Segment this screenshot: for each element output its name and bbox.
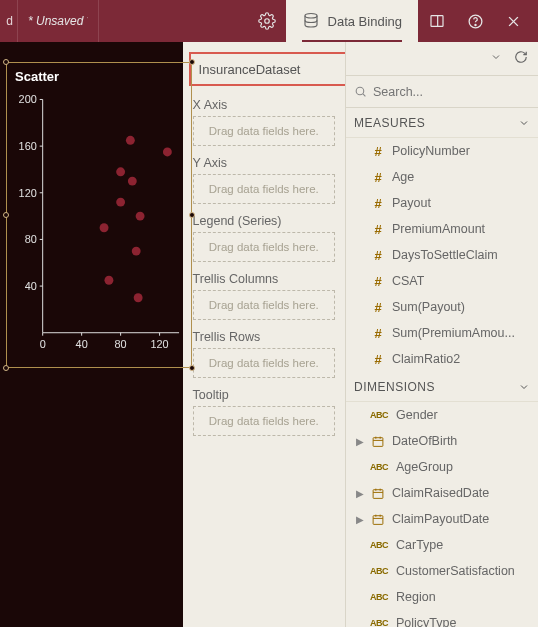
close-icon: [506, 14, 521, 29]
field-label: PolicyType: [396, 616, 456, 627]
field-label: DateOfBirth: [392, 434, 457, 448]
resize-handle[interactable]: [189, 59, 195, 65]
dimension-field[interactable]: ABCCarType: [346, 532, 538, 558]
svg-text:80: 80: [25, 233, 37, 245]
measure-field[interactable]: #Sum(Payout): [346, 294, 538, 320]
svg-text:40: 40: [25, 280, 37, 292]
svg-point-30: [116, 167, 125, 176]
expand-icon[interactable]: ▶: [356, 436, 364, 447]
xaxis-dropzone[interactable]: Drag data fields here.: [193, 116, 335, 146]
resize-handle[interactable]: [3, 212, 9, 218]
dimension-field[interactable]: ▶ClaimRaisedDate: [346, 480, 538, 506]
field-label: CSAT: [392, 274, 424, 288]
search-input-row[interactable]: [346, 76, 538, 108]
measure-field[interactable]: #PolicyNumber: [346, 138, 538, 164]
resize-handle[interactable]: [189, 212, 195, 218]
search-input[interactable]: [373, 85, 530, 99]
settings-button[interactable]: [248, 0, 286, 42]
trellis_cols-dropzone[interactable]: Drag data fields here.: [193, 290, 335, 320]
trellis_cols-label: Trellis Columns: [193, 272, 335, 286]
svg-line-39: [363, 94, 365, 96]
resize-handle[interactable]: [189, 365, 195, 371]
unsaved-label: * Unsaved *: [28, 14, 88, 28]
svg-rect-48: [373, 515, 383, 524]
tab-truncated[interactable]: d: [0, 0, 18, 42]
svg-point-32: [126, 136, 135, 145]
dimension-field[interactable]: ABCCustomerSatisfaction: [346, 558, 538, 584]
measures-header[interactable]: MEASURES: [346, 108, 538, 138]
close-panel-button[interactable]: [494, 0, 532, 42]
panel-collapse-icon: [429, 13, 445, 29]
svg-point-38: [356, 87, 364, 95]
tooltip-label: Tooltip: [193, 388, 335, 402]
field-label: Age: [392, 170, 414, 184]
dimension-field[interactable]: ▶DateOfBirth: [346, 428, 538, 454]
fields-panel: MEASURES #PolicyNumber#Age#Payout#Premiu…: [345, 42, 538, 627]
abc-icon: ABC: [370, 462, 390, 472]
dimensions-header[interactable]: DIMENSIONS: [346, 372, 538, 402]
expand-icon[interactable]: ▶: [356, 514, 364, 525]
chart-title: Scatter: [7, 63, 191, 90]
field-label: Sum(Payout): [392, 300, 465, 314]
legend-dropzone[interactable]: Drag data fields here.: [193, 232, 335, 262]
svg-text:40: 40: [76, 338, 88, 350]
measure-field[interactable]: #Age: [346, 164, 538, 190]
dataset-selector[interactable]: InsuranceDataset: [189, 52, 345, 86]
field-label: ClaimRatio2: [392, 352, 460, 366]
refresh-button[interactable]: [514, 50, 528, 67]
svg-text:80: 80: [115, 338, 127, 350]
binding-panel: InsuranceDataset X AxisDrag data fields …: [183, 42, 345, 627]
measure-field[interactable]: #Payout: [346, 190, 538, 216]
dataset-dropdown-icon[interactable]: [490, 51, 502, 66]
panel-toggle-button[interactable]: [418, 0, 456, 42]
svg-text:120: 120: [151, 338, 169, 350]
measure-field[interactable]: #DaysToSettleClaim: [346, 242, 538, 268]
dimension-field[interactable]: ABCGender: [346, 402, 538, 428]
refresh-icon: [514, 50, 528, 64]
svg-point-28: [100, 223, 109, 232]
field-label: Region: [396, 590, 436, 604]
field-label: PremiumAmount: [392, 222, 485, 236]
hash-icon: #: [370, 222, 386, 237]
dimension-field[interactable]: ABCPolicyType: [346, 610, 538, 627]
trellis_rows-dropzone[interactable]: Drag data fields here.: [193, 348, 335, 378]
measure-field[interactable]: #PremiumAmount: [346, 216, 538, 242]
tab-data-binding[interactable]: Data Binding: [286, 0, 418, 42]
svg-rect-2: [431, 16, 443, 27]
gear-icon: [258, 12, 276, 30]
svg-text:160: 160: [19, 140, 37, 152]
help-button[interactable]: [456, 0, 494, 42]
measure-field[interactable]: #Sum(PremiumAmou...: [346, 320, 538, 346]
abc-icon: ABC: [370, 566, 390, 576]
xaxis-label: X Axis: [193, 98, 335, 112]
chart-container[interactable]: Scatter 408012016020004080120: [6, 62, 192, 368]
search-icon: [354, 85, 367, 98]
tooltip-dropzone[interactable]: Drag data fields here.: [193, 406, 335, 436]
svg-point-29: [104, 276, 113, 285]
measure-field[interactable]: #CSAT: [346, 268, 538, 294]
yaxis-dropzone[interactable]: Drag data fields here.: [193, 174, 335, 204]
measures-label: MEASURES: [354, 116, 425, 130]
svg-point-35: [134, 293, 143, 302]
field-label: AgeGroup: [396, 460, 453, 474]
expand-icon[interactable]: ▶: [356, 488, 364, 499]
abc-icon: ABC: [370, 618, 390, 627]
hash-icon: #: [370, 170, 386, 185]
abc-icon: ABC: [370, 410, 390, 420]
dimension-field[interactable]: ▶ClaimPayoutDate: [346, 506, 538, 532]
field-label: ClaimPayoutDate: [392, 512, 489, 526]
svg-point-36: [136, 212, 145, 221]
field-label: CarType: [396, 538, 443, 552]
design-canvas[interactable]: Scatter 408012016020004080120: [0, 42, 183, 627]
hash-icon: #: [370, 352, 386, 367]
resize-handle[interactable]: [3, 59, 9, 65]
hash-icon: #: [370, 300, 386, 315]
calendar-icon: [370, 434, 386, 448]
dimension-field[interactable]: ABCAgeGroup: [346, 454, 538, 480]
resize-handle[interactable]: [3, 365, 9, 371]
measure-field[interactable]: #ClaimRatio2: [346, 346, 538, 372]
field-label: ClaimRaisedDate: [392, 486, 489, 500]
dataset-name: InsuranceDataset: [199, 62, 301, 77]
calendar-icon: [370, 512, 386, 526]
dimension-field[interactable]: ABCRegion: [346, 584, 538, 610]
